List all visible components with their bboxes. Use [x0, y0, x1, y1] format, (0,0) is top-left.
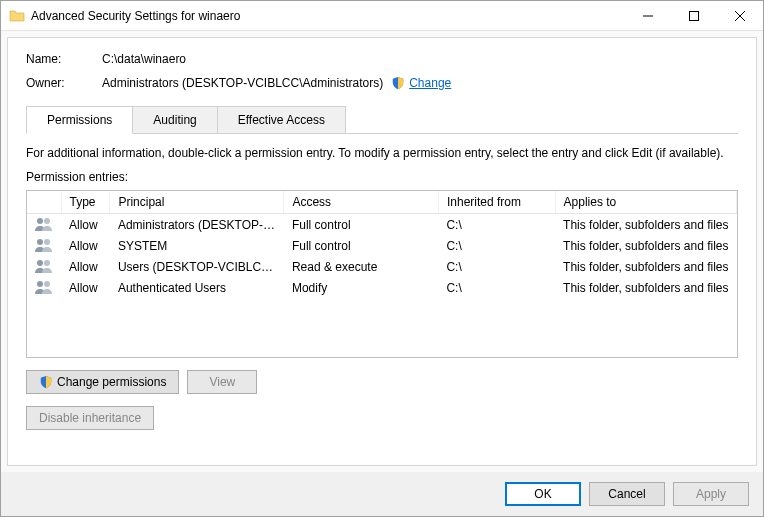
titlebar: Advanced Security Settings for winaero — [1, 1, 763, 31]
content-area: Name: C:\data\winaero Owner: Administrat… — [7, 37, 757, 466]
name-value: C:\data\winaero — [102, 52, 186, 66]
info-text: For additional information, double-click… — [26, 146, 738, 160]
table-row[interactable]: AllowUsers (DESKTOP-VCIBLCC\Us...Read & … — [27, 256, 737, 277]
tab-effective-access[interactable]: Effective Access — [217, 106, 346, 133]
maximize-button[interactable] — [671, 1, 717, 31]
svg-rect-0 — [690, 11, 699, 20]
owner-label: Owner: — [26, 76, 102, 90]
owner-row: Owner: Administrators (DESKTOP-VCIBLCC\A… — [26, 76, 738, 90]
action-row-2: Disable inheritance — [26, 406, 738, 430]
tab-permissions[interactable]: Permissions — [26, 106, 133, 134]
col-inherited[interactable]: Inherited from — [438, 191, 555, 214]
col-access[interactable]: Access — [284, 191, 439, 214]
table-row[interactable]: AllowSYSTEMFull controlC:\This folder, s… — [27, 235, 737, 256]
col-type[interactable]: Type — [61, 191, 110, 214]
window-title: Advanced Security Settings for winaero — [31, 9, 625, 23]
close-button[interactable] — [717, 1, 763, 31]
svg-point-7 — [37, 281, 43, 287]
svg-point-6 — [44, 260, 50, 266]
tab-auditing[interactable]: Auditing — [132, 106, 217, 133]
name-row: Name: C:\data\winaero — [26, 52, 738, 66]
col-applies[interactable]: Applies to — [555, 191, 736, 214]
folder-icon — [9, 8, 25, 24]
table-row[interactable]: AllowAdministrators (DESKTOP-VCI...Full … — [27, 214, 737, 236]
svg-point-1 — [37, 218, 43, 224]
view-button[interactable]: View — [187, 370, 257, 394]
shield-icon — [39, 375, 53, 389]
svg-point-2 — [44, 218, 50, 224]
cancel-button[interactable]: Cancel — [589, 482, 665, 506]
ok-button[interactable]: OK — [505, 482, 581, 506]
change-owner-link[interactable]: Change — [409, 76, 451, 90]
svg-point-5 — [37, 260, 43, 266]
svg-point-4 — [44, 239, 50, 245]
minimize-button[interactable] — [625, 1, 671, 31]
svg-point-8 — [44, 281, 50, 287]
tab-bar: Permissions Auditing Effective Access — [26, 106, 738, 134]
permission-table[interactable]: Type Principal Access Inherited from App… — [26, 190, 738, 358]
entries-label: Permission entries: — [26, 170, 738, 184]
table-row[interactable]: AllowAuthenticated UsersModifyC:\This fo… — [27, 277, 737, 298]
name-label: Name: — [26, 52, 102, 66]
svg-point-3 — [37, 239, 43, 245]
action-row-1: Change permissions View — [26, 370, 738, 394]
disable-inheritance-button[interactable]: Disable inheritance — [26, 406, 154, 430]
shield-icon — [391, 76, 405, 90]
security-settings-window: Advanced Security Settings for winaero N… — [0, 0, 764, 517]
change-permissions-button[interactable]: Change permissions — [26, 370, 179, 394]
owner-value: Administrators (DESKTOP-VCIBLCC\Administ… — [102, 76, 383, 90]
dialog-footer: OK Cancel Apply — [1, 472, 763, 516]
apply-button[interactable]: Apply — [673, 482, 749, 506]
table-header-row: Type Principal Access Inherited from App… — [27, 191, 737, 214]
col-principal[interactable]: Principal — [110, 191, 284, 214]
